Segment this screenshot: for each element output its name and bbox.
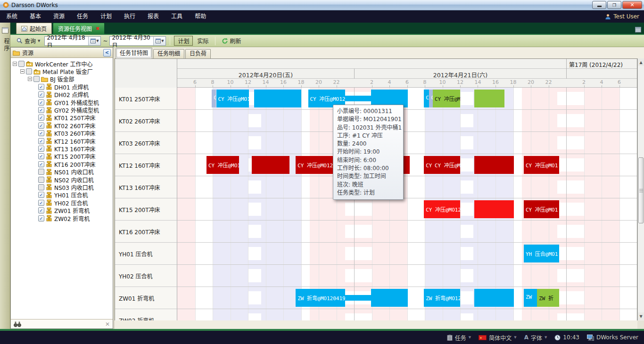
collapse-node-icon[interactable] bbox=[28, 77, 32, 81]
program-panel-icon[interactable] bbox=[2, 26, 10, 35]
machine-checkbox[interactable]: ✓ bbox=[38, 200, 44, 206]
tree-item-DH02[interactable]: ✓DH02 点焊机 bbox=[11, 91, 113, 98]
machine-checkbox[interactable]: ✓ bbox=[38, 91, 44, 98]
scroll-down-icon[interactable]: ▼ bbox=[638, 312, 644, 320]
task-bar[interactable] bbox=[474, 289, 514, 307]
task-bar[interactable]: ZW 折 bbox=[537, 289, 559, 307]
task-bar[interactable] bbox=[254, 90, 301, 107]
task-bar[interactable]: CY 冲压@MO12041902 bbox=[433, 90, 460, 107]
scroll-up-icon[interactable]: ▲ bbox=[638, 58, 644, 66]
user-info[interactable]: Test User bbox=[605, 10, 639, 23]
tree-node-checkbox[interactable] bbox=[33, 76, 40, 82]
machine-checkbox[interactable]: ✓ bbox=[38, 130, 44, 136]
find-binoculars-icon[interactable] bbox=[14, 321, 21, 327]
minimize-button[interactable] bbox=[592, 1, 606, 9]
task-bar[interactable] bbox=[474, 156, 514, 174]
task-bar[interactable]: CY 冲压@MO12041903 bbox=[424, 200, 460, 218]
tree-item-NS01[interactable]: NS01 内收口机 bbox=[11, 168, 113, 175]
caret-down-icon[interactable]: ▼ bbox=[514, 336, 516, 339]
tree-node-2[interactable]: BJ 钣金部 bbox=[11, 75, 113, 83]
task-bar[interactable]: CY 冲 bbox=[424, 156, 433, 174]
date-to-field[interactable]: 2012年 4月30日 ▼ bbox=[109, 36, 166, 46]
machine-checkbox[interactable]: ✓ bbox=[38, 192, 44, 198]
task-bar[interactable] bbox=[474, 90, 504, 107]
statusbar-10:43[interactable]: 10:43 bbox=[554, 334, 579, 341]
task-bar[interactable] bbox=[345, 295, 371, 301]
tree-item-GY02[interactable]: ✓GY02 外桶成型机 bbox=[11, 106, 113, 114]
vertical-scroll-thumb[interactable] bbox=[638, 157, 644, 223]
machine-checkbox[interactable]: ✓ bbox=[38, 123, 44, 129]
machine-checkbox[interactable]: ✓ bbox=[38, 115, 44, 121]
query-button[interactable]: 查询 ▼ bbox=[14, 36, 42, 46]
tree-item-KT12[interactable]: ✓KT12 160T冲床 bbox=[11, 137, 113, 145]
plan-toggle-button[interactable]: 计划 bbox=[174, 36, 193, 46]
task-bar[interactable]: C bbox=[429, 90, 432, 107]
tree-item-KT03[interactable]: ✓KT03 260T冲床 bbox=[11, 130, 113, 137]
menu-item-8[interactable]: 帮助 bbox=[189, 10, 212, 23]
tree-item-KT15[interactable]: ✓KT15 200T冲床 bbox=[11, 153, 113, 160]
machine-checkbox[interactable]: ✓ bbox=[38, 215, 44, 221]
menu-item-5[interactable]: 执行 bbox=[118, 10, 141, 23]
task-bar[interactable]: CY 冲压@MO12041901 bbox=[216, 90, 249, 107]
program-dock-tab[interactable]: 程序 bbox=[2, 38, 10, 52]
vertical-scrollbar[interactable]: ▲ ▼ bbox=[637, 58, 644, 329]
menu-item-1[interactable]: 基本 bbox=[24, 10, 47, 23]
task-bar[interactable] bbox=[474, 200, 514, 218]
actual-toggle-button[interactable]: 实际 bbox=[195, 36, 211, 46]
gantt-tab-1[interactable]: 任务明细 bbox=[153, 49, 184, 58]
collapse-node-icon[interactable] bbox=[20, 69, 25, 74]
tree-item-ZW01[interactable]: ✓ZW01 折弯机 bbox=[11, 206, 113, 214]
query-caret-icon[interactable]: ▼ bbox=[38, 39, 40, 43]
collapse-node-icon[interactable] bbox=[13, 62, 17, 66]
tree-item-GY01[interactable]: ✓GY01 外桶成型机 bbox=[11, 98, 113, 106]
task-bar[interactable] bbox=[252, 156, 290, 174]
machine-checkbox[interactable] bbox=[38, 177, 44, 183]
statusbar-DWorks Server[interactable]: DWorks Server bbox=[587, 334, 638, 341]
tree-item-KT13[interactable]: ✓KT13 160T冲床 bbox=[11, 145, 113, 152]
machine-checkbox[interactable]: ✓ bbox=[38, 99, 44, 106]
tab-home-page[interactable]: 起始页 bbox=[16, 23, 52, 34]
menu-item-2[interactable]: 资源 bbox=[47, 10, 71, 23]
caret-down-icon[interactable]: ▼ bbox=[545, 336, 547, 339]
tree-node-checkbox[interactable] bbox=[18, 61, 25, 67]
tree-item-YH02[interactable]: ✓YH02 压合机 bbox=[11, 199, 113, 206]
machine-checkbox[interactable]: ✓ bbox=[38, 146, 44, 152]
task-bar[interactable]: ZW bbox=[524, 289, 537, 307]
tab-resource-task-view[interactable]: 资源任务视图 ✖ bbox=[53, 23, 105, 34]
tree-item-KT16[interactable]: ✓KT16 200T冲床 bbox=[11, 160, 113, 168]
machine-checkbox[interactable]: ✓ bbox=[38, 84, 44, 90]
task-bar[interactable]: CY 冲压@MO1 bbox=[524, 200, 559, 218]
tree-item-DH01[interactable]: ✓DH01 点焊机 bbox=[11, 83, 113, 90]
machine-checkbox[interactable] bbox=[38, 184, 44, 190]
machine-checkbox[interactable]: ✓ bbox=[38, 207, 44, 213]
tree-item-NS02[interactable]: NS02 内收口机 bbox=[11, 176, 113, 183]
close-tab-icon[interactable]: ✖ bbox=[96, 26, 99, 31]
machine-checkbox[interactable]: ✓ bbox=[38, 153, 44, 159]
machine-checkbox[interactable] bbox=[38, 169, 44, 175]
clear-filter-icon[interactable]: ✕ bbox=[105, 321, 110, 328]
task-bar[interactable] bbox=[371, 289, 408, 307]
machine-checkbox[interactable]: ✓ bbox=[38, 138, 44, 144]
menu-item-6[interactable]: 报表 bbox=[141, 10, 165, 23]
task-bar[interactable]: ZW 折弯@MO12041901 bbox=[296, 289, 345, 307]
statusbar-简体中文[interactable]: ★简体中文▼ bbox=[479, 334, 516, 342]
statusbar-字体[interactable]: A字体▼ bbox=[524, 334, 547, 342]
restore-button[interactable]: ❐ bbox=[607, 1, 621, 9]
tree-item-NS03[interactable]: NS03 内收口机 bbox=[11, 183, 113, 191]
task-bar[interactable]: C bbox=[212, 90, 216, 107]
date-to-picker-button[interactable]: ▼ bbox=[153, 37, 165, 45]
menu-item-0[interactable]: 系统 bbox=[0, 10, 24, 23]
tree-node-checkbox[interactable] bbox=[26, 68, 32, 74]
collapse-panel-button[interactable]: < bbox=[103, 49, 111, 57]
task-bar[interactable]: CY 冲压@MO12041904 bbox=[433, 156, 460, 174]
task-bar[interactable] bbox=[345, 96, 371, 101]
close-button[interactable]: ✕ bbox=[622, 1, 642, 9]
date-from-field[interactable]: 2012年 4月18日 ▼ bbox=[44, 36, 101, 46]
menu-item-3[interactable]: 任务 bbox=[71, 10, 94, 23]
tree-item-KT01[interactable]: ✓KT01 250T冲床 bbox=[11, 114, 113, 122]
tree-node-1[interactable]: Metal Plate 钣金厂 bbox=[11, 67, 113, 75]
task-bar[interactable]: ZW 折弯@MO12041901 bbox=[424, 289, 460, 307]
date-from-picker-button[interactable]: ▼ bbox=[88, 37, 100, 45]
tree-node-0[interactable]: WorkCenter 工作中心 bbox=[11, 60, 113, 67]
tree-item-YH01[interactable]: ✓YH01 压合机 bbox=[11, 191, 113, 199]
